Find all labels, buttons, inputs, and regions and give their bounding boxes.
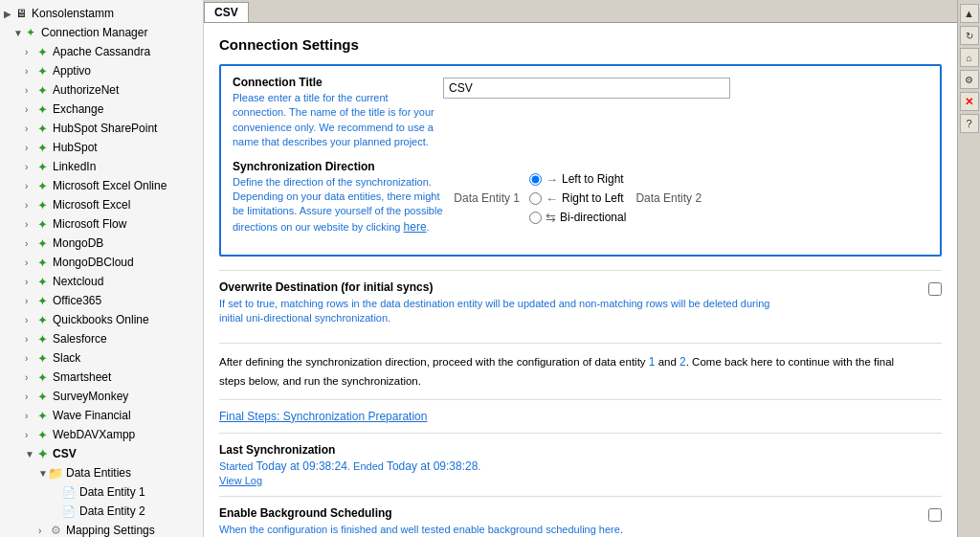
data-entity-1-label: Data Entity 1 (79, 485, 145, 499)
tab-bar: CSV (204, 0, 957, 23)
rtl-label: Right to Left (562, 191, 624, 205)
tab-csv[interactable]: CSV (204, 2, 249, 22)
connection-title-input-area (443, 76, 928, 150)
divider-1 (219, 270, 942, 271)
webdavxampp-icon: ✦ (34, 427, 50, 442)
sync-direction-here-link[interactable]: here (404, 220, 427, 234)
divider-3 (219, 399, 942, 400)
sidebar-item-slack[interactable]: › ✦ Slack (0, 348, 203, 368)
connection-title-input[interactable] (443, 78, 730, 99)
sidebar-item-mongodb[interactable]: › ✦ MongoDB (0, 234, 203, 253)
info-highlight-1: 1 (649, 355, 656, 369)
sidebar-item-data-entity-2[interactable]: 📄 Data Entity 2 (0, 502, 203, 521)
right-btn-up[interactable]: ▲ (960, 4, 979, 23)
divider-4 (219, 433, 942, 434)
sidebar-item-quickbooks[interactable]: › ✦ Quickbooks Online (0, 310, 203, 329)
sidebar-item-ms-flow[interactable]: › ✦ Microsoft Flow (0, 214, 203, 234)
sync-direction-group: Synchronization Direction Define the dir… (233, 160, 928, 235)
overwrite-dest-row: Overwrite Destination (for initial syncs… (219, 280, 942, 332)
sidebar-item-mapping-settings[interactable]: › ⚙ Mapping Settings (0, 521, 203, 537)
ltr-arrow: → (546, 172, 558, 187)
linkedin-icon: ✦ (34, 159, 50, 174)
right-btn-settings[interactable]: ⚙ (960, 70, 979, 89)
right-panel: ▲ ↻ ⌂ ⚙ ✕ ? (957, 0, 980, 537)
surveymonkey-icon: ✦ (34, 389, 50, 404)
sidebar-item-office365[interactable]: › ✦ Office365 (0, 291, 203, 310)
connection-title-label: Connection Title (233, 76, 443, 89)
sched-checkbox[interactable] (928, 508, 942, 522)
sidebar: ▶ 🖥 Konsolenstamm ▼ ✦ Connection Manager… (0, 0, 204, 537)
sidebar-item-smartsheet[interactable]: › ✦ Smartsheet (0, 368, 203, 387)
wave-financial-icon: ✦ (34, 408, 50, 423)
connection-title-desc: Please enter a title for the current con… (233, 91, 443, 150)
bidir-label: Bi-directional (560, 211, 626, 224)
sched-checkbox-area (928, 506, 942, 525)
sync-option-ltr[interactable]: → Left to Right (529, 172, 626, 187)
smartsheet-icon: ✦ (34, 369, 50, 385)
divider-2 (219, 343, 942, 344)
right-btn-close[interactable]: ✕ (960, 92, 979, 111)
right-btn-refresh[interactable]: ↻ (960, 26, 979, 45)
sidebar-item-apptivo[interactable]: › ✦ Apptivo (0, 61, 203, 80)
view-log-link[interactable]: View Log (219, 475, 942, 486)
sync-direction-label-block: Synchronization Direction Define the dir… (233, 160, 443, 235)
sidebar-root[interactable]: ▶ 🖥 Konsolenstamm (0, 4, 203, 23)
last-sync-block: Last Synchronization Started Today at 09… (219, 443, 942, 486)
sched-title: Enable Background Scheduling (219, 506, 909, 520)
sync-option-rtl[interactable]: ← Right to Left (529, 191, 626, 206)
sidebar-item-mongodbcloud[interactable]: › ✦ MongoDBCloud (0, 253, 203, 272)
sidebar-item-exchange[interactable]: › ✦ Exchange (0, 100, 203, 119)
sidebar-item-connection-manager[interactable]: ▼ ✦ Connection Manager (0, 23, 203, 42)
connection-title-group: Connection Title Please enter a title fo… (233, 76, 928, 150)
final-steps-link[interactable]: Final Steps: Synchronization Preparation (219, 410, 942, 423)
ms-flow-icon: ✦ (34, 216, 50, 232)
sidebar-item-apache-cassandra[interactable]: › ✦ Apache Cassandra (0, 42, 203, 61)
sidebar-item-hubspot[interactable]: › ✦ HubSpot (0, 138, 203, 157)
sidebar-item-csv[interactable]: ▼ ✦ CSV (0, 444, 203, 463)
hubspot-sharepoint-icon: ✦ (34, 121, 50, 136)
apptivo-icon: ✦ (34, 63, 50, 78)
ms-excel-online-icon: ✦ (34, 178, 50, 193)
radio-ltr[interactable] (529, 173, 542, 186)
main-area: CSV Connection Settings Connection Title… (204, 0, 957, 537)
sidebar-item-linkedin[interactable]: › ✦ LinkedIn (0, 157, 203, 176)
sync-option-bidir[interactable]: ⇆ Bi-directional (529, 211, 626, 225)
radio-rtl[interactable] (529, 192, 542, 205)
mongodbcloud-icon: ✦ (34, 255, 50, 270)
rtl-arrow: ← (546, 191, 558, 206)
sidebar-item-surveymonkey[interactable]: › ✦ SurveyMonkey (0, 387, 203, 406)
apache-cassandra-icon: ✦ (34, 44, 50, 59)
overwrite-dest-checkbox[interactable] (928, 282, 942, 296)
nextcloud-icon: ✦ (34, 274, 50, 289)
sidebar-item-data-entity-1[interactable]: 📄 Data Entity 1 (0, 482, 203, 502)
sidebar-item-salesforce[interactable]: › ✦ Salesforce (0, 329, 203, 348)
data-entity-2-label: Data Entity 2 (79, 504, 145, 518)
sidebar-item-ms-excel-online[interactable]: › ✦ Microsoft Excel Online (0, 176, 203, 195)
right-btn-help[interactable]: ? (960, 114, 979, 133)
overwrite-dest-block: Overwrite Destination (for initial syncs… (219, 280, 942, 332)
sync-direction-desc: Define the direction of the synchronizat… (233, 175, 443, 235)
radio-bidir[interactable] (529, 212, 542, 224)
exchange-icon: ✦ (34, 101, 50, 117)
salesforce-icon: ✦ (34, 331, 50, 347)
sidebar-item-authorizenet[interactable]: › ✦ AuthorizeNet (0, 80, 203, 100)
sidebar-item-data-entities[interactable]: ▼ 📁 Data Entities (0, 463, 203, 482)
sync-direction-label: Synchronization Direction (233, 160, 443, 173)
sidebar-item-wave-financial[interactable]: › ✦ Wave Financial (0, 406, 203, 425)
sidebar-item-nextcloud[interactable]: › ✦ Nextcloud (0, 272, 203, 291)
sched-text: Enable Background Scheduling When the co… (219, 506, 909, 537)
root-icon: 🖥 (13, 6, 29, 21)
mapping-settings-icon: ⚙ (48, 523, 63, 537)
sidebar-item-ms-excel[interactable]: › ✦ Microsoft Excel (0, 195, 203, 214)
connection-settings-block: Connection Title Please enter a title fo… (219, 64, 942, 257)
bidir-arrow: ⇆ (546, 211, 556, 225)
overwrite-dest-title: Overwrite Destination (for initial syncs… (219, 280, 909, 294)
sync-direction-controls: Data Entity 1 → Left to Right ← Right to… (443, 170, 928, 225)
root-arrow: ▶ (4, 9, 13, 19)
right-btn-home[interactable]: ⌂ (960, 48, 979, 67)
divider-5 (219, 496, 942, 497)
sidebar-item-webdavxampp[interactable]: › ✦ WebDAVXampp (0, 425, 203, 444)
sidebar-item-hubspot-sharepoint[interactable]: › ✦ HubSpot SharePoint (0, 119, 203, 138)
quickbooks-icon: ✦ (34, 312, 50, 327)
sync-entity1-label: Data Entity 1 (443, 191, 529, 205)
